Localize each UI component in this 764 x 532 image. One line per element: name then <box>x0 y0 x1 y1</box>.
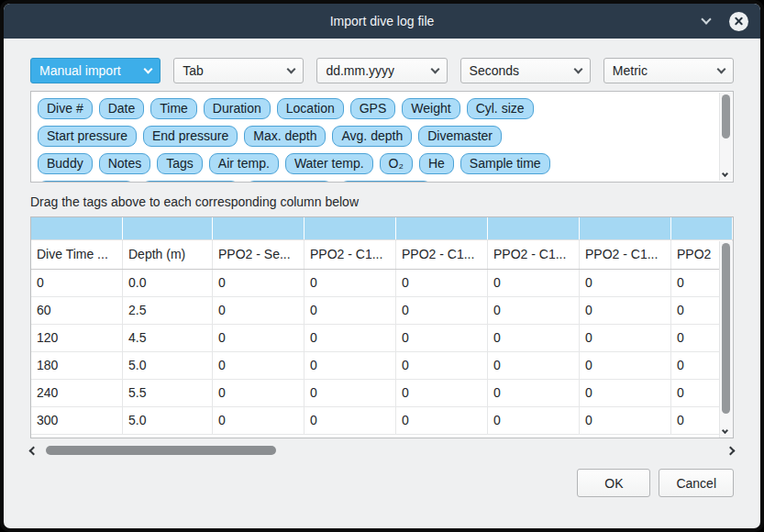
table-cell: 5.5 <box>123 380 213 406</box>
table-cell: 0 <box>396 380 488 406</box>
table-cell: 0.0 <box>123 270 213 296</box>
dropdown-row: Manual importTabdd.mm.yyyySecondsMetric <box>30 58 734 83</box>
scroll-right-icon[interactable] <box>726 447 736 456</box>
tag-gps[interactable]: GPS <box>350 98 396 119</box>
combo-value: Metric <box>613 63 648 78</box>
table-cell: 0 <box>213 407 304 434</box>
table-cell: 0 <box>213 352 304 379</box>
column-header: PPO2 - C1... <box>396 240 488 269</box>
table-cell: 0 <box>213 270 304 296</box>
column-header: Dive Time ... <box>31 240 123 269</box>
combo-value: dd.mm.yyyy <box>326 63 394 78</box>
tag-o[interactable]: O₂ <box>380 153 413 174</box>
table-cell: 120 <box>31 325 123 351</box>
tag-dive[interactable]: Dive # <box>38 98 93 119</box>
table-cell: 0 <box>396 297 488 324</box>
chevron-down-icon <box>287 64 296 73</box>
tag-scroll-thumb[interactable] <box>722 94 730 139</box>
table-row: 602.5000000 <box>31 297 733 325</box>
combo-value: Seconds <box>470 63 519 78</box>
tag-divemaster[interactable]: Divemaster <box>418 126 502 147</box>
units-select[interactable]: Metric <box>603 58 734 83</box>
table-cell: 0 <box>580 325 671 351</box>
import-type-select[interactable]: Manual import <box>30 58 161 83</box>
table-cell: 0 <box>488 380 580 406</box>
table-row: 00.0000000 <box>31 270 733 297</box>
table-cell: 0 <box>396 407 488 434</box>
drop-cell[interactable] <box>580 217 671 239</box>
tag-scrollbar[interactable] <box>719 93 732 181</box>
hscroll-thumb[interactable] <box>46 446 276 455</box>
tag-time[interactable]: Time <box>150 98 197 119</box>
cancel-button[interactable]: Cancel <box>659 469 734 497</box>
import-dialog-window: Import dive log file Manual importTabdd.… <box>0 0 764 532</box>
drop-cell[interactable] <box>671 217 733 239</box>
tag-sample-time[interactable]: Sample time <box>460 153 550 174</box>
scroll-down-icon[interactable] <box>722 171 728 177</box>
table-cell: 60 <box>31 297 123 324</box>
tag-water-temp[interactable]: Water temp. <box>285 153 373 174</box>
tag-cyl-size[interactable]: Cyl. size <box>467 98 534 119</box>
tag-buddy[interactable]: Buddy <box>38 153 93 174</box>
table-scrollbar[interactable] <box>719 241 733 438</box>
shade-button[interactable] <box>698 13 714 29</box>
titlebar[interactable]: Import dive log file <box>4 4 760 39</box>
chevron-down-icon <box>430 64 439 73</box>
tag-sample-cns[interactable]: Sample CNS <box>339 181 432 182</box>
table-cell: 0 <box>396 352 488 379</box>
table-cell: 180 <box>31 352 123 379</box>
ok-button[interactable]: OK <box>577 469 650 497</box>
table-cell: 0 <box>580 297 671 324</box>
button-row: OK Cancel <box>30 469 734 497</box>
tag-sample-po[interactable]: Sample pO₂ <box>246 181 333 182</box>
table-cell: 0 <box>580 352 671 379</box>
table-cell: 300 <box>31 407 123 434</box>
tag-duration[interactable]: Duration <box>204 98 271 119</box>
tag-location[interactable]: Location <box>277 98 344 119</box>
duration-format-select[interactable]: Seconds <box>460 58 591 83</box>
close-button[interactable] <box>729 12 748 31</box>
combo-value: Manual import <box>39 63 121 78</box>
table-cell: 5.0 <box>123 352 213 379</box>
tag-row: Dive #DateTimeDurationLocationGPSWeightC… <box>38 98 711 119</box>
field-separator-select[interactable]: Tab <box>173 58 304 83</box>
table-cell: 0 <box>488 297 580 324</box>
drop-target-row <box>31 217 733 240</box>
table-scroll-thumb[interactable] <box>722 243 730 414</box>
tag-start-pressure[interactable]: Start pressure <box>38 126 137 147</box>
tag-air-temp[interactable]: Air temp. <box>209 153 279 174</box>
drop-cell[interactable] <box>31 217 123 239</box>
tag-sample-temp[interactable]: Sample temp. <box>141 181 238 182</box>
chevron-down-icon <box>144 64 153 73</box>
drop-cell[interactable] <box>396 217 488 239</box>
tag-notes[interactable]: Notes <box>99 153 151 174</box>
column-header: PPO2 - Se... <box>213 240 304 269</box>
drop-cell[interactable] <box>488 217 580 239</box>
table-cell: 0 <box>31 270 123 296</box>
drop-cell[interactable] <box>213 217 304 239</box>
scroll-left-icon[interactable] <box>29 447 39 456</box>
table-cell: 0 <box>304 270 396 296</box>
tag-sample-depth[interactable]: Sample depth <box>38 181 135 182</box>
tag-he[interactable]: He <box>419 153 454 174</box>
scroll-down-icon[interactable] <box>722 427 728 434</box>
horizontal-scrollbar[interactable] <box>30 444 734 458</box>
tag-box: Dive #DateTimeDurationLocationGPSWeightC… <box>30 91 734 183</box>
date-format-select[interactable]: dd.mm.yyyy <box>316 58 447 83</box>
tag-date[interactable]: Date <box>99 98 145 119</box>
instruction-text: Drag the tags above to each correspondin… <box>30 194 734 209</box>
drop-cell[interactable] <box>123 217 213 239</box>
tag-weight[interactable]: Weight <box>402 98 460 119</box>
window-title: Import dive log file <box>4 14 760 28</box>
drop-cell[interactable] <box>304 217 396 239</box>
tag-area: Dive #DateTimeDurationLocationGPSWeightC… <box>31 92 733 182</box>
chevron-down-icon <box>717 64 726 73</box>
table-row: 1204.5000000 <box>31 325 733 352</box>
tag-end-pressure[interactable]: End pressure <box>143 126 238 147</box>
tag-tags[interactable]: Tags <box>157 153 203 174</box>
hscroll-track[interactable] <box>44 444 720 458</box>
tag-avg-depth[interactable]: Avg. depth <box>332 126 412 147</box>
tag-row: BuddyNotesTagsAir temp.Water temp.O₂HeSa… <box>38 153 711 174</box>
table-body: 00.0000000602.50000001204.50000001805.00… <box>31 270 733 435</box>
tag-max-depth[interactable]: Max. depth <box>244 126 326 147</box>
